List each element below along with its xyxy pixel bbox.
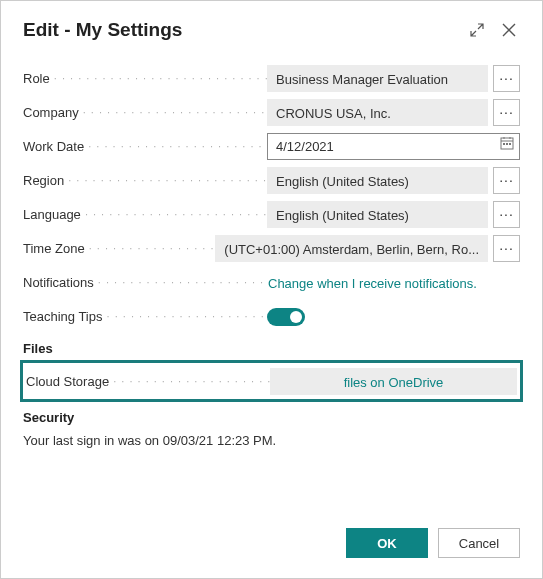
dialog-header: Edit - My Settings	[1, 1, 542, 51]
row-time-zone: Time Zone (UTC+01:00) Amsterdam, Berlin,…	[23, 231, 520, 265]
field-time-zone[interactable]: (UTC+01:00) Amsterdam, Berlin, Bern, Ro.…	[215, 235, 488, 262]
field-region[interactable]: English (United States)	[267, 167, 488, 194]
calendar-icon[interactable]	[499, 133, 515, 160]
label-work-date: Work Date	[23, 139, 267, 154]
row-notifications: Notifications Change when I receive noti…	[23, 265, 520, 299]
label-language: Language	[23, 207, 267, 222]
expand-icon[interactable]	[466, 19, 488, 41]
label-role: Role	[23, 71, 267, 86]
label-cloud-storage: Cloud Storage	[26, 374, 270, 389]
row-region: Region English (United States) ···	[23, 163, 520, 197]
lookup-time-zone[interactable]: ···	[493, 235, 520, 262]
field-company[interactable]: CRONUS USA, Inc.	[267, 99, 488, 126]
dialog-body: Role Business Manager Evaluation ··· Com…	[1, 51, 542, 514]
section-security: Security	[23, 410, 520, 425]
ok-button[interactable]: OK	[346, 528, 428, 558]
label-notifications: Notifications	[23, 275, 267, 290]
row-role: Role Business Manager Evaluation ···	[23, 61, 520, 95]
link-notifications[interactable]: Change when I receive notifications.	[267, 269, 520, 296]
label-time-zone: Time Zone	[23, 241, 215, 256]
dialog-footer: OK Cancel	[1, 514, 542, 578]
label-teaching-tips: Teaching Tips	[23, 309, 267, 324]
row-cloud-storage: Cloud Storage files on OneDrive	[26, 365, 517, 397]
lookup-language[interactable]: ···	[493, 201, 520, 228]
section-files: Files	[23, 341, 520, 356]
lookup-region[interactable]: ···	[493, 167, 520, 194]
dialog-title: Edit - My Settings	[23, 19, 456, 41]
row-work-date: Work Date 4/12/2021	[23, 129, 520, 163]
label-region: Region	[23, 173, 267, 188]
close-icon[interactable]	[498, 19, 520, 41]
field-work-date[interactable]: 4/12/2021	[267, 133, 520, 160]
row-teaching-tips: Teaching Tips	[23, 299, 520, 333]
field-cloud-storage[interactable]: files on OneDrive	[270, 368, 517, 395]
highlight-cloud-storage: Cloud Storage files on OneDrive	[20, 360, 523, 402]
cancel-button[interactable]: Cancel	[438, 528, 520, 558]
label-company: Company	[23, 105, 267, 120]
field-role[interactable]: Business Manager Evaluation	[267, 65, 488, 92]
last-sign-in-text: Your last sign in was on 09/03/21 12:23 …	[23, 433, 520, 448]
field-language[interactable]: English (United States)	[267, 201, 488, 228]
lookup-role[interactable]: ···	[493, 65, 520, 92]
svg-rect-2	[506, 143, 508, 145]
settings-dialog: Edit - My Settings Role Business Manager…	[0, 0, 543, 579]
lookup-company[interactable]: ···	[493, 99, 520, 126]
row-company: Company CRONUS USA, Inc. ···	[23, 95, 520, 129]
toggle-teaching-tips[interactable]	[267, 308, 305, 326]
svg-rect-1	[503, 143, 505, 145]
svg-rect-3	[509, 143, 511, 145]
row-language: Language English (United States) ···	[23, 197, 520, 231]
work-date-value: 4/12/2021	[276, 133, 499, 160]
